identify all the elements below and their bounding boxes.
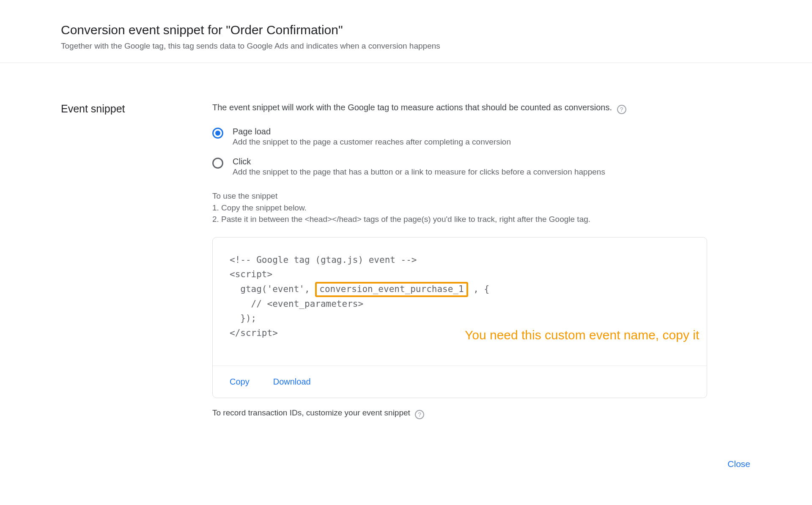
radio-text: Page load Add the snippet to the page a … [233, 127, 511, 147]
code-snippet-card: <!-- Google tag (gtag.js) event --> <scr… [212, 237, 707, 399]
download-button[interactable]: Download [273, 375, 311, 388]
instructions-title: To use the snippet [212, 190, 707, 202]
code-line-5: }); [230, 313, 256, 323]
section-content: The event snippet will work with the Goo… [212, 103, 707, 419]
page-subtitle: Together with the Google tag, this tag s… [61, 41, 751, 51]
radio-sublabel: Add the snippet to the page a customer r… [233, 137, 511, 147]
copy-button[interactable]: Copy [230, 375, 250, 388]
instructions-step-2: 2. Paste it in between the <head></head>… [212, 213, 707, 225]
code-line-4: // <event_parameters> [230, 299, 363, 309]
highlighted-event-name: conversion_event_purchase_1 [315, 282, 468, 297]
code-line-3-post: , { [468, 284, 490, 294]
annotation-callout: You need this custom event name, copy it [465, 325, 699, 346]
code-line-3-pre: gtag('event', [230, 284, 315, 294]
code-snippet[interactable]: <!-- Google tag (gtag.js) event --> <scr… [213, 237, 707, 366]
footnote-text: To record transaction IDs, customize you… [212, 408, 410, 417]
help-icon[interactable]: ? [617, 105, 626, 114]
section-description-text: The event snippet will work with the Goo… [212, 103, 612, 112]
code-line-2: <script> [230, 269, 272, 279]
footnote: To record transaction IDs, customize you… [212, 408, 707, 419]
radio-page-load[interactable]: Page load Add the snippet to the page a … [212, 127, 707, 147]
help-icon[interactable]: ? [415, 410, 424, 419]
radio-click[interactable]: Click Add the snippet to the page that h… [212, 157, 707, 177]
radio-label: Click [233, 157, 605, 167]
body-row: Event snippet The event snippet will wor… [61, 63, 751, 419]
radio-text: Click Add the snippet to the page that h… [233, 157, 605, 177]
instructions-step-1: 1. Copy the snippet below. [212, 202, 707, 214]
code-line-1: <!-- Google tag (gtag.js) event --> [230, 255, 417, 265]
page-root: Conversion event snippet for "Order Conf… [0, 0, 812, 505]
radio-icon [212, 158, 223, 169]
close-button[interactable]: Close [725, 459, 753, 470]
section-label: Event snippet [61, 103, 212, 115]
instructions: To use the snippet 1. Copy the snippet b… [212, 190, 707, 225]
page-title: Conversion event snippet for "Order Conf… [61, 23, 751, 37]
radio-sublabel: Add the snippet to the page that has a b… [233, 167, 605, 177]
radio-label: Page load [233, 127, 511, 136]
section-description: The event snippet will work with the Goo… [212, 103, 707, 114]
snippet-type-radio-group: Page load Add the snippet to the page a … [212, 127, 707, 177]
code-card-actions: Copy Download [213, 366, 707, 398]
radio-icon [212, 128, 223, 139]
code-line-6: </script> [230, 328, 278, 338]
section-label-column: Event snippet [61, 103, 212, 419]
